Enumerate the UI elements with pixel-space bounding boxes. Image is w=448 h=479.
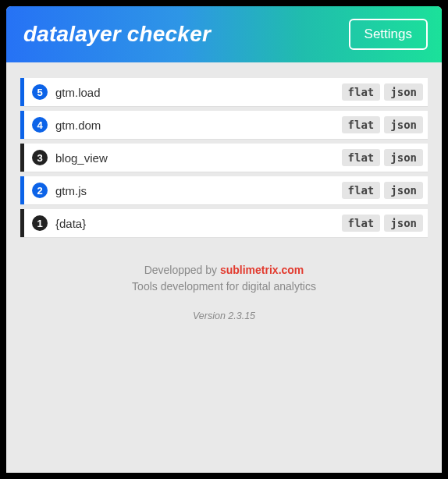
event-name: gtm.js <box>55 184 342 197</box>
index-badge: 1 <box>32 215 48 231</box>
flat-button[interactable]: flat <box>342 116 381 133</box>
view-buttons: flatjson <box>342 182 423 199</box>
footer: Developped by sublimetrix.com Tools deve… <box>6 248 442 324</box>
version-label: Version 2.3.15 <box>22 309 426 324</box>
view-buttons: flatjson <box>342 149 423 166</box>
event-list: 5gtm.loadflatjson4gtm.domflatjson3blog_v… <box>6 62 442 248</box>
json-button[interactable]: json <box>384 182 423 199</box>
app-window: datalayer checker Settings 5gtm.loadflat… <box>6 6 442 473</box>
dev-link[interactable]: sublimetrix.com <box>220 264 304 276</box>
list-item[interactable]: 3blog_viewflatjson <box>20 144 428 172</box>
flat-button[interactable]: flat <box>342 182 381 199</box>
developed-by-line: Developped by sublimetrix.com <box>22 262 426 279</box>
app-title: datalayer checker <box>23 22 211 47</box>
json-button[interactable]: json <box>384 149 423 166</box>
event-name: gtm.load <box>55 86 342 99</box>
index-badge: 2 <box>32 183 48 198</box>
index-badge: 4 <box>32 117 48 133</box>
flat-button[interactable]: flat <box>342 215 381 232</box>
dev-prefix: Developped by <box>144 264 220 276</box>
flat-button[interactable]: flat <box>342 149 381 166</box>
tagline: Tools development for digital analytics <box>22 279 426 295</box>
json-button[interactable]: json <box>384 116 423 133</box>
view-buttons: flatjson <box>342 215 423 232</box>
header: datalayer checker Settings <box>6 6 442 62</box>
event-name: gtm.dom <box>55 119 342 132</box>
event-name: {data} <box>55 217 342 230</box>
index-badge: 5 <box>32 84 48 100</box>
view-buttons: flatjson <box>342 116 423 133</box>
list-item[interactable]: 2gtm.jsflatjson <box>20 176 428 204</box>
json-button[interactable]: json <box>384 215 423 232</box>
settings-button[interactable]: Settings <box>349 19 428 50</box>
list-item[interactable]: 5gtm.loadflatjson <box>20 78 428 106</box>
json-button[interactable]: json <box>384 83 423 101</box>
index-badge: 3 <box>32 150 48 165</box>
view-buttons: flatjson <box>342 83 423 101</box>
event-name: blog_view <box>55 151 342 165</box>
list-item[interactable]: 1{data}flatjson <box>20 209 428 237</box>
list-item[interactable]: 4gtm.domflatjson <box>20 111 428 139</box>
flat-button[interactable]: flat <box>342 83 381 101</box>
